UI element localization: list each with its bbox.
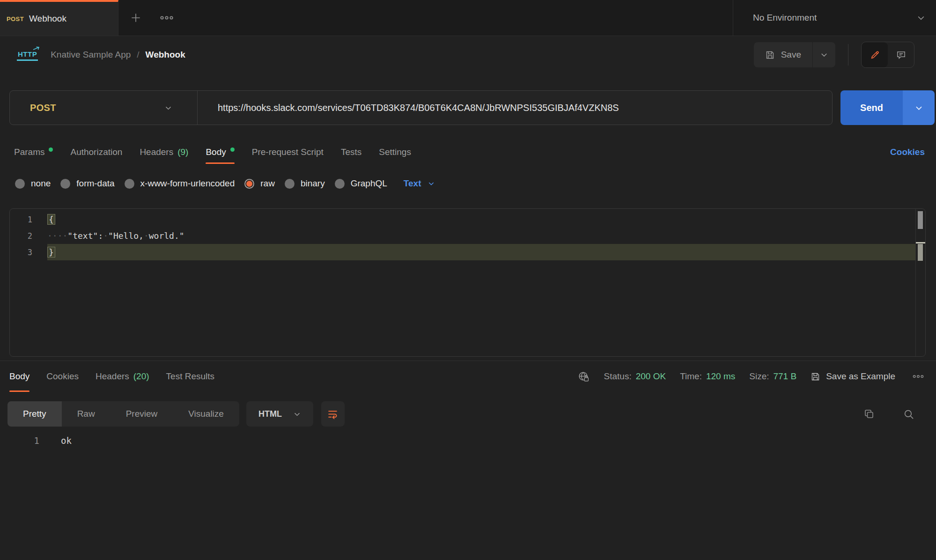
- send-button-group: Send: [840, 90, 935, 125]
- time-badge: Time: 120 ms: [680, 371, 735, 382]
- code-content[interactable]: }: [47, 244, 915, 260]
- url-input-box: POST https://hooks.slack.com/services/T0…: [9, 90, 833, 125]
- radio-unselected: [60, 179, 70, 189]
- search-response-button[interactable]: [900, 405, 917, 423]
- response-tab-body[interactable]: Body: [9, 361, 29, 392]
- chevron-down-icon: [427, 180, 435, 187]
- header-actions: Save: [754, 42, 914, 68]
- more-options-icon: [912, 374, 924, 379]
- scrollbar-thumb[interactable]: [918, 211, 923, 229]
- save-icon: [765, 50, 775, 60]
- response-line-number: 1: [0, 434, 39, 448]
- response-toolbar: Pretty Raw Preview Visualize HTML: [7, 401, 917, 427]
- radio-selected: [244, 179, 254, 189]
- response-options-button[interactable]: [909, 371, 927, 382]
- format-label: HTML: [258, 409, 282, 419]
- send-button[interactable]: Send: [840, 90, 903, 125]
- request-tab-bar: POST Webhook No Environment: [0, 0, 936, 36]
- breadcrumb-separator: /: [137, 50, 139, 60]
- response-content: ok: [61, 434, 72, 448]
- mode-binary[interactable]: binary: [285, 178, 325, 189]
- postman-window: POST Webhook No Environment HTTP: [0, 0, 936, 560]
- response-tab-test-results[interactable]: Test Results: [166, 361, 214, 392]
- request-tabs: Params Authorization Headers (9) Body Pr…: [14, 140, 925, 164]
- url-input[interactable]: https://hooks.slack.com/services/T06TD83…: [198, 103, 619, 113]
- copy-response-button[interactable]: [861, 405, 877, 422]
- new-tab-button[interactable]: [127, 9, 145, 27]
- response-actions: [861, 405, 917, 423]
- chevron-down-icon: [293, 410, 301, 418]
- code-content[interactable]: ····"text":·"Hello,·world.": [47, 228, 915, 244]
- radio-unselected: [285, 179, 295, 189]
- mode-raw[interactable]: raw: [244, 178, 275, 189]
- code-content[interactable]: {: [47, 211, 915, 228]
- chevron-down-icon: [914, 103, 923, 112]
- tab-settings[interactable]: Settings: [379, 140, 411, 164]
- save-as-example-button[interactable]: Save as Example: [811, 371, 895, 382]
- request-url-row: POST https://hooks.slack.com/services/T0…: [9, 90, 935, 125]
- response-tab-cookies[interactable]: Cookies: [46, 361, 79, 392]
- comments-button[interactable]: [888, 42, 914, 67]
- response-format-dropdown[interactable]: HTML: [246, 401, 313, 427]
- response-body: 1 ok: [0, 434, 936, 448]
- breadcrumb-collection[interactable]: Knative Sample App: [51, 50, 131, 60]
- wrap-lines-button[interactable]: [321, 401, 345, 427]
- view-visualize[interactable]: Visualize: [173, 401, 239, 427]
- editor-lines: 1 { 2 ····"text":·"Hello,·world." 3 }: [10, 209, 915, 356]
- tab-options-button[interactable]: [157, 12, 177, 23]
- tab-pre-request-script[interactable]: Pre-request Script: [252, 140, 324, 164]
- breadcrumb-request-name[interactable]: Webhook: [146, 50, 185, 60]
- radio-unselected: [125, 179, 134, 189]
- mode-graphql[interactable]: GraphQL: [335, 178, 387, 189]
- copy-icon: [863, 408, 875, 420]
- plus-icon: [130, 12, 142, 24]
- tab-authorization[interactable]: Authorization: [70, 140, 122, 164]
- tab-method-badge: POST: [7, 15, 24, 22]
- response-tab-headers[interactable]: Headers (20): [96, 361, 149, 392]
- tab-body[interactable]: Body: [206, 140, 234, 164]
- code-line: 1 {: [10, 211, 915, 228]
- view-raw[interactable]: Raw: [62, 401, 111, 427]
- network-globe-lock-icon: [577, 370, 590, 383]
- line-number: 2: [10, 228, 47, 244]
- environment-selector[interactable]: No Environment: [733, 0, 936, 36]
- line-number: 3: [10, 244, 47, 260]
- size-badge: Size: 771 B: [749, 371, 796, 382]
- chevron-down-icon: [820, 51, 828, 59]
- mode-form-data[interactable]: form-data: [60, 178, 114, 189]
- edit-mode-button[interactable]: [862, 42, 888, 67]
- response-view-switcher: Pretty Raw Preview Visualize: [7, 401, 239, 427]
- tab-actions: [118, 0, 177, 36]
- header-divider: [848, 44, 848, 66]
- response-headers-count: (20): [133, 371, 149, 382]
- code-line-current: 3 }: [10, 244, 915, 260]
- raw-language-dropdown[interactable]: Text: [404, 178, 435, 189]
- method-dropdown[interactable]: POST: [10, 91, 197, 125]
- code-line: 2 ····"text":·"Hello,·world.": [10, 228, 915, 244]
- bracket-highlight: }: [47, 247, 55, 258]
- more-options-icon: [160, 15, 174, 21]
- tab-tests[interactable]: Tests: [341, 140, 361, 164]
- request-tab[interactable]: POST Webhook: [0, 0, 118, 36]
- language-label: Text: [404, 178, 421, 189]
- modified-dot: [230, 147, 235, 152]
- send-options-button[interactable]: [903, 90, 935, 125]
- mode-x-www-form-urlencoded[interactable]: x-www-form-urlencoded: [125, 178, 235, 189]
- mode-none[interactable]: none: [15, 178, 51, 189]
- environment-label: No Environment: [753, 13, 817, 23]
- wrap-text-icon: [327, 408, 339, 420]
- save-options-button[interactable]: [812, 42, 835, 67]
- cookies-link[interactable]: Cookies: [890, 147, 925, 157]
- tab-headers[interactable]: Headers (9): [140, 140, 188, 164]
- tab-params[interactable]: Params: [14, 140, 53, 164]
- request-body-editor: 1 { 2 ····"text":·"Hello,·world." 3 }: [9, 208, 926, 357]
- response-tabs: Body Cookies Headers (20) Test Results: [0, 361, 936, 392]
- response-section: Body Cookies Headers (20) Test Results: [0, 361, 936, 560]
- view-preview[interactable]: Preview: [111, 401, 173, 427]
- tab-title: Webhook: [29, 14, 66, 24]
- save-button[interactable]: Save: [754, 42, 812, 67]
- status-badge: Status: 200 OK: [604, 371, 666, 382]
- view-pretty[interactable]: Pretty: [7, 401, 62, 427]
- radio-unselected: [15, 179, 25, 189]
- response-meta: Status: 200 OK Time: 120 ms Size: 771 B …: [577, 370, 927, 383]
